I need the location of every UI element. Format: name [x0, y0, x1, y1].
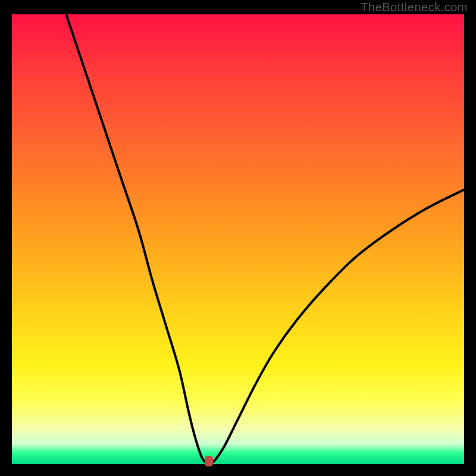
bottleneck-curve — [66, 14, 464, 464]
curve-svg — [12, 14, 464, 464]
watermark-label: TheBottleneck.com — [361, 1, 468, 14]
minimum-marker — [205, 456, 213, 466]
chart-frame: TheBottleneck.com — [0, 0, 476, 476]
plot-area — [12, 14, 464, 464]
